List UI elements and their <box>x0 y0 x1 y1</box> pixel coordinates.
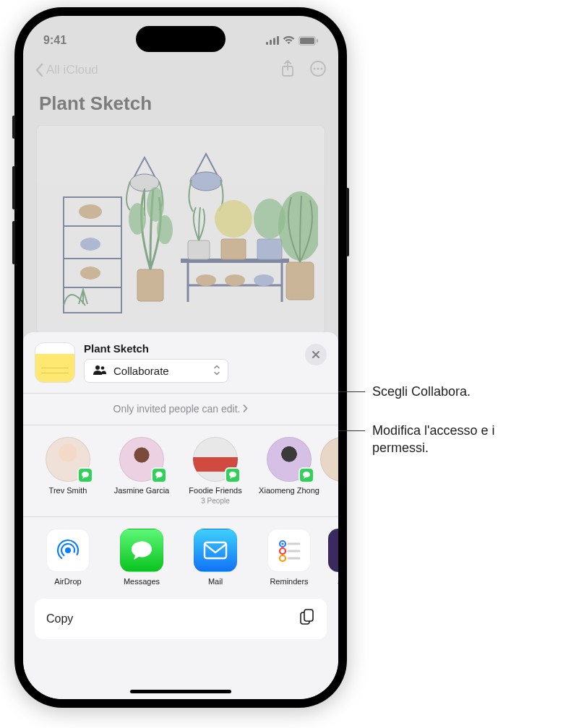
svg-rect-1 <box>270 40 272 45</box>
collaborate-dropdown[interactable]: Collaborate <box>84 359 228 383</box>
contact-name: Xiaomeng Zhong <box>259 486 319 495</box>
messages-badge-icon <box>77 467 93 483</box>
chevron-right-icon <box>243 403 248 415</box>
svg-rect-53 <box>304 610 313 621</box>
app-item[interactable]: J <box>328 529 338 586</box>
close-button[interactable] <box>305 344 327 365</box>
home-indicator <box>130 690 231 693</box>
callout-permissions: Modifica l'accesso e i permessi. <box>372 422 553 457</box>
contact-name: Foodie Friends <box>189 486 241 495</box>
callout-collaborate: Scegli Collabora. <box>372 383 471 400</box>
svg-rect-2 <box>273 38 275 46</box>
contact-name: Trev Smith <box>49 486 87 495</box>
svg-rect-6 <box>317 39 318 43</box>
permissions-row[interactable]: Only invited people can edit. <box>23 394 338 425</box>
actions-list: Copy <box>35 599 327 639</box>
svg-point-50 <box>280 555 286 561</box>
copy-icon <box>299 609 315 629</box>
updown-caret-icon <box>213 364 220 378</box>
sheet-title: Plant Sketch <box>84 342 296 355</box>
contact-item[interactable]: Trev Smith <box>33 437 103 505</box>
svg-rect-5 <box>300 38 314 44</box>
side-button <box>12 221 15 264</box>
app-label: Reminders <box>270 577 308 586</box>
side-button <box>12 116 15 139</box>
contact-item[interactable]: Foodie Friends 3 People <box>181 437 250 505</box>
side-button <box>12 166 15 209</box>
dynamic-island <box>136 26 226 52</box>
app-label: Messages <box>124 577 160 586</box>
svg-rect-44 <box>205 542 226 558</box>
app-messages[interactable]: Messages <box>107 529 176 586</box>
contact-item[interactable]: Xiaomeng Zhong <box>254 437 324 505</box>
side-button <box>346 188 349 256</box>
app-label: AirDrop <box>54 577 81 586</box>
contact-item[interactable]: Jasmine Garcia <box>107 437 176 505</box>
sheet-header: Plant Sketch Collaborate <box>23 342 338 394</box>
airdrop-icon <box>46 529 90 572</box>
svg-point-39 <box>95 365 100 370</box>
svg-point-46 <box>281 542 283 545</box>
people-icon <box>93 365 106 377</box>
status-right <box>266 36 318 46</box>
reminders-icon <box>267 529 311 572</box>
contacts-row: Trev Smith Jasmine Garcia Foodie Friends <box>23 425 338 517</box>
collaborate-label: Collaborate <box>113 365 169 377</box>
close-icon <box>312 350 320 359</box>
app-icon <box>328 529 338 572</box>
notes-app-icon <box>35 342 75 383</box>
messages-badge-icon <box>151 467 167 483</box>
app-mail[interactable]: Mail <box>181 529 250 586</box>
cellular-icon <box>266 36 279 45</box>
contact-item[interactable]: C <box>328 437 338 505</box>
status-time: 9:41 <box>43 34 66 47</box>
screen: 9:41 All iCloud <box>23 16 338 699</box>
wifi-icon <box>283 36 295 45</box>
contact-subtitle: 3 People <box>201 497 229 505</box>
share-sheet: Plant Sketch Collaborate <box>23 332 338 699</box>
copy-action[interactable]: Copy <box>35 599 327 639</box>
app-label: J <box>338 577 338 586</box>
mail-icon <box>194 529 237 572</box>
app-label: Mail <box>208 577 223 586</box>
svg-point-48 <box>280 548 286 554</box>
svg-point-41 <box>65 547 71 553</box>
permissions-label: Only invited people can edit. <box>113 403 241 415</box>
svg-rect-3 <box>277 36 279 45</box>
action-label: Copy <box>46 612 73 625</box>
svg-rect-0 <box>266 42 268 45</box>
avatar <box>320 437 338 482</box>
contact-name: Jasmine Garcia <box>114 486 169 495</box>
messages-badge-icon <box>225 467 241 483</box>
messages-icon <box>120 529 163 572</box>
app-airdrop[interactable]: AirDrop <box>33 529 103 586</box>
battery-icon <box>299 36 318 46</box>
messages-badge-icon <box>299 467 314 483</box>
apps-row: AirDrop Messages Mail <box>23 517 338 596</box>
svg-point-40 <box>101 366 105 370</box>
app-reminders[interactable]: Reminders <box>254 529 324 586</box>
phone-frame: 9:41 All iCloud <box>14 7 347 708</box>
